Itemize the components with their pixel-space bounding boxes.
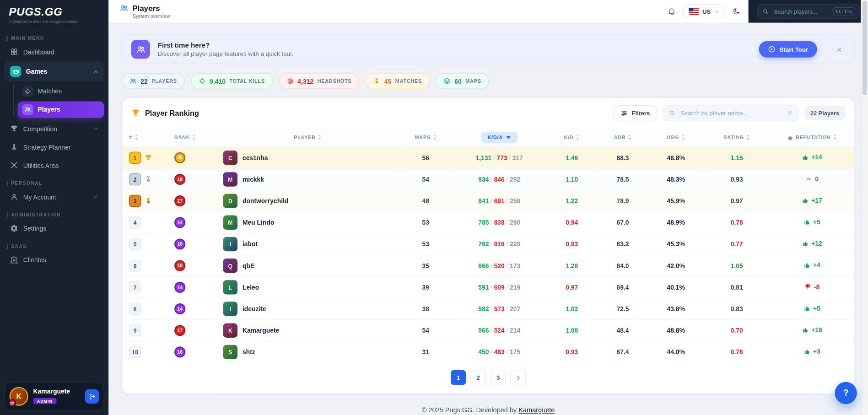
table-row[interactable]: 4 14 M Meu Lindo 53 785/838/280 0.94 67.…: [122, 212, 854, 233]
sidebar-item-strategy-planner[interactable]: Strategy Planner: [5, 138, 104, 156]
rank-cell: 16: [168, 341, 216, 363]
hs-cell: 45.9%: [648, 190, 704, 212]
col-hs[interactable]: HS%: [648, 128, 704, 147]
medal-icon: [145, 154, 152, 162]
table-row[interactable]: 2 18 M mickkk 54 934/846/292 1.10 78.5 4…: [122, 168, 854, 190]
sort-icon: [318, 135, 322, 140]
position-cell: 5: [122, 233, 167, 255]
sidebar-item-label: Strategy Planner: [23, 144, 71, 151]
rank-level-badge: 16: [174, 238, 185, 249]
sort-icon: [681, 135, 685, 140]
table-row[interactable]: 8 14 I ideuzite 38 582/573/207 1.02 72.5…: [122, 298, 854, 319]
col-kda[interactable]: K/D/A: [452, 128, 546, 147]
stat-value: 4,312: [297, 78, 313, 85]
sidebar-item-my-account[interactable]: My Account: [5, 188, 104, 205]
sidebar-item-label: Utilities Area: [23, 162, 59, 169]
sidebar-item-games[interactable]: Games: [5, 61, 104, 81]
stat-players[interactable]: 22 PLAYERS: [122, 73, 185, 89]
player-name[interactable]: Kamarguete: [243, 327, 279, 334]
scrollbar-thumb[interactable]: [863, 1, 867, 95]
dark-mode-toggle[interactable]: [733, 7, 741, 16]
player-name[interactable]: shtz: [243, 349, 255, 356]
medal-icon: [373, 77, 381, 85]
player-name[interactable]: iabot: [243, 241, 258, 248]
page-scrollbar[interactable]: [861, 0, 868, 415]
next-page-button[interactable]: [510, 370, 526, 385]
filters-button[interactable]: Filters: [613, 105, 657, 121]
table-row[interactable]: 5 16 I iabot 53 762/816/228 0.93 63.2 45…: [122, 233, 854, 255]
stat-total-kills[interactable]: 9,410 TOTAL KILLS: [191, 73, 273, 89]
user-card[interactable]: K 17 Kamarguete ADMIN: [5, 382, 104, 411]
sidebar-item-label: Players: [38, 106, 60, 113]
table-row[interactable]: 10 16 S shtz 31 450/483/175 0.93 67.4 44…: [122, 341, 854, 363]
ranking-controls: Filters 22 Players: [613, 105, 845, 121]
sidebar-item-matches[interactable]: Matches: [18, 83, 104, 99]
sidebar-item-dashboard[interactable]: Dashboard: [5, 43, 104, 60]
locale-selector[interactable]: US: [683, 5, 725, 18]
hs-cell: 48.9%: [648, 212, 704, 233]
user-role-badge: ADMIN: [33, 398, 57, 404]
player-name[interactable]: Meu Lindo: [243, 219, 275, 226]
col-position[interactable]: #: [122, 128, 167, 147]
footer: © 2025 Pugs.GG. Developed by Kamarguete: [122, 394, 855, 415]
maps-cell: 48: [399, 190, 452, 212]
shortcut-badge: Ctrl+K: [833, 7, 855, 16]
page-button-1[interactable]: 1: [451, 370, 466, 385]
sidebar-item-players[interactable]: Players: [18, 101, 104, 118]
sidebar-item-settings[interactable]: Settings: [5, 220, 104, 237]
col-adr[interactable]: ADR: [597, 128, 648, 147]
developer-link[interactable]: Kamarguete: [518, 406, 555, 414]
sidebar-item-utilities-area[interactable]: Utilities Area: [5, 156, 104, 174]
kd-cell: 1.08: [546, 320, 597, 341]
col-rating[interactable]: RATING: [704, 128, 770, 147]
table-row[interactable]: 1 20 C ces1nha 56 1,131/773/317 1.46 88.…: [122, 147, 854, 168]
player-name[interactable]: ces1nha: [243, 155, 268, 162]
building-icon: [10, 256, 18, 264]
rank-level-badge: 14: [174, 282, 185, 293]
player-name[interactable]: qbE: [243, 262, 254, 269]
sidebar-item-competition[interactable]: Competition: [5, 120, 104, 138]
player-search-input[interactable]: [679, 109, 782, 117]
help-button[interactable]: ?: [835, 382, 857, 404]
page-button-3[interactable]: 3: [491, 370, 506, 385]
stat-maps[interactable]: 60 MAPS: [436, 73, 489, 89]
global-search[interactable]: Ctrl+K: [757, 4, 860, 19]
global-search-input[interactable]: [773, 7, 829, 15]
locale-label: US: [702, 8, 711, 15]
main-area: Players System overview US: [108, 0, 868, 415]
hs-cell: 48.8%: [648, 320, 704, 341]
rank-level-badge: 14: [174, 303, 185, 314]
stat-value: 60: [454, 78, 461, 85]
close-banner-button[interactable]: [836, 46, 843, 53]
app-logo[interactable]: PUGS.GG A plataforma líder em competitiv…: [0, 0, 108, 27]
ranking-table: # RANK PLAYER MAPS K/D/A K/D ADR HS% RAT…: [122, 128, 854, 362]
stat-headshots[interactable]: 4,312 HEADSHOTS: [279, 73, 359, 89]
page-button-2[interactable]: 2: [470, 370, 486, 385]
sidebar-item-clientes[interactable]: Clientes: [5, 251, 104, 269]
logout-button[interactable]: [85, 389, 99, 403]
col-player[interactable]: PLAYER: [216, 128, 399, 147]
player-search[interactable]: [663, 105, 799, 121]
table-row[interactable]: 3 17 D dontworrychild 48 841/691/258 1.2…: [122, 190, 854, 212]
position-cell: 9: [122, 320, 167, 341]
table-row[interactable]: 9 17 K Kamarguete 54 566/524/214 1.08 48…: [122, 320, 854, 341]
col-rank[interactable]: RANK: [168, 128, 216, 147]
start-tour-button[interactable]: Start Tour: [759, 41, 817, 58]
player-name[interactable]: Leleo: [243, 284, 259, 291]
player-name[interactable]: dontworrychild: [243, 198, 288, 205]
table-row[interactable]: 7 14 L Leleo 39 591/609/219 0.97 69.4 40…: [122, 276, 854, 298]
stat-matches[interactable]: 45 MATCHES: [366, 73, 430, 89]
tour-banner-title: First time here?: [158, 42, 294, 49]
col-reputation[interactable]: REPUTATION: [770, 128, 854, 147]
col-maps[interactable]: MAPS: [399, 128, 452, 147]
player-avatar: K: [223, 323, 237, 338]
player-name[interactable]: ideuzite: [243, 306, 266, 313]
table-row[interactable]: 6 18 Q qbE 35 666/520/173 1.28 84.0 42.0…: [122, 255, 854, 276]
col-kd[interactable]: K/D: [546, 128, 597, 147]
player-name[interactable]: mickkk: [243, 176, 264, 183]
sort-icon: [628, 135, 631, 140]
reputation-value: -8: [814, 283, 819, 290]
rank-level-badge: 17: [174, 195, 185, 206]
rank-level-badge: 17: [174, 325, 185, 336]
notifications-button[interactable]: [668, 7, 676, 16]
